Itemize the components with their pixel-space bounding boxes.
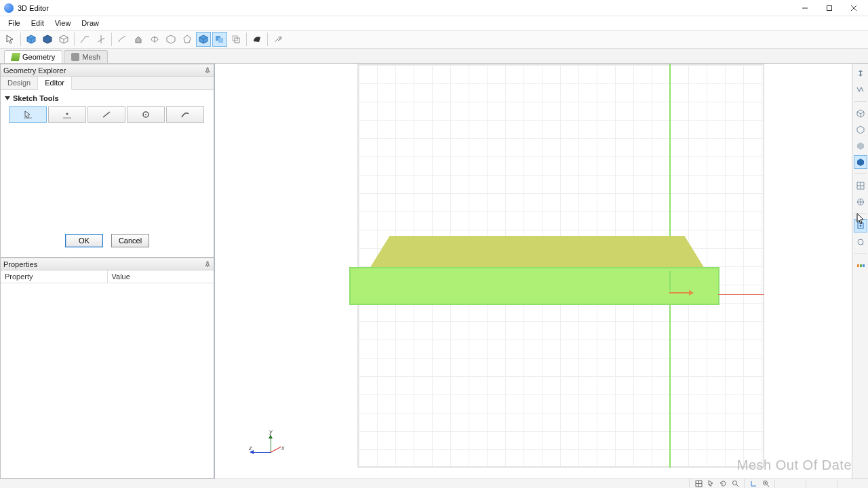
status-axes-icon[interactable] (749, 480, 758, 488)
settings-button[interactable] (271, 32, 285, 47)
title-bar: 3D Editor (0, 0, 868, 16)
sketch-tools-row (1, 105, 214, 124)
nav-pan-button[interactable] (854, 66, 867, 80)
wireframe-cube-button[interactable] (56, 32, 71, 47)
explorer-subtabs: Design Editor (1, 77, 214, 90)
svg-rect-6 (218, 38, 223, 43)
grid-toggle-button[interactable] (854, 179, 867, 192)
window-controls (797, 2, 864, 14)
triad-y-axis (271, 438, 271, 453)
status-refresh-icon[interactable] (718, 480, 728, 488)
tab-geometry[interactable]: Geometry (4, 50, 62, 63)
status-axes-tools (744, 479, 774, 488)
pin-icon[interactable] (204, 67, 211, 74)
polyhedron-button[interactable] (180, 32, 195, 47)
revolve-button[interactable] (147, 32, 162, 47)
right-toolbar-separator (854, 214, 867, 214)
status-grid-icon[interactable] (694, 480, 703, 488)
box-button[interactable] (163, 32, 178, 47)
nav-zigzag-button[interactable] (854, 83, 867, 96)
menu-draw[interactable]: Draw (77, 18, 103, 28)
tab-mesh[interactable]: Mesh (64, 50, 108, 63)
snap-settings-button[interactable] (854, 235, 867, 249)
menu-file[interactable]: File (4, 18, 24, 28)
view-shaded-edges-button[interactable] (854, 155, 867, 169)
toolbar-separator (246, 33, 247, 46)
triad-x-label: x (281, 445, 285, 451)
sketch-tools-label: Sketch Tools (13, 94, 59, 102)
sketch-tool-button[interactable] (115, 32, 130, 47)
triad-z-axis (253, 452, 271, 453)
subtab-design[interactable]: Design (1, 77, 38, 89)
status-cell-2 (806, 480, 837, 488)
axis-horizontal (718, 294, 764, 295)
snap-toggle-button[interactable] (854, 219, 867, 232)
status-cell-3 (837, 480, 868, 488)
view-wire-button[interactable] (854, 106, 867, 120)
model-top-face[interactable] (370, 236, 705, 268)
viewport[interactable]: y x z Mesh Out Of Date (214, 64, 868, 479)
status-bar (0, 479, 868, 488)
solid-box-button[interactable] (196, 32, 211, 47)
mesh-outdated-watermark: Mesh Out Of Date (737, 458, 852, 473)
boolean-button[interactable] (212, 32, 227, 47)
svg-rect-21 (860, 264, 862, 267)
close-button[interactable] (846, 2, 861, 14)
explorer-panel-header: Geometry Explorer (1, 64, 214, 77)
orientation-triad: y x z (253, 431, 283, 458)
axis-tool-button[interactable] (94, 32, 108, 47)
properties-panel-header: Properties (1, 258, 214, 270)
edge-tool-button[interactable] (77, 32, 92, 47)
new-primitive-button[interactable] (24, 32, 39, 47)
status-cell-1 (774, 480, 806, 488)
svg-point-11 (66, 113, 68, 115)
minimize-button[interactable] (797, 2, 812, 14)
geometry-tab-icon (11, 53, 20, 61)
status-zoom-icon[interactable] (730, 480, 740, 488)
gizmo-y-axis[interactable] (669, 271, 671, 291)
extrude-button[interactable] (131, 32, 146, 47)
app-icon (4, 3, 14, 13)
sidebar: Geometry Explorer Design Editor Sketch T… (0, 64, 214, 479)
sketch-circle-button[interactable] (127, 106, 165, 123)
sketch-point-button[interactable] (48, 106, 86, 123)
svg-point-18 (859, 225, 861, 227)
triad-y-label: y (269, 428, 273, 435)
sketch-line-button[interactable] (87, 106, 125, 123)
properties-header-row: Property Value (1, 270, 214, 283)
menu-view[interactable]: View (51, 18, 75, 28)
main-toolbar (0, 30, 868, 49)
triad-x-axis (271, 447, 281, 453)
view-hidden-button[interactable] (854, 123, 867, 136)
view-shaded-button[interactable] (854, 139, 867, 152)
status-zoom-to-icon[interactable] (761, 480, 770, 488)
menu-bar: File Edit View Draw (0, 16, 868, 30)
tab-geometry-label: Geometry (22, 53, 55, 61)
tab-mesh-label: Mesh (82, 53, 100, 61)
ok-button[interactable]: OK (65, 234, 103, 247)
subtab-editor[interactable]: Editor (38, 77, 72, 90)
maximize-button[interactable] (822, 2, 837, 14)
select-tool-button[interactable] (3, 32, 18, 47)
gizmo-x-axis[interactable] (669, 292, 690, 293)
perspective-button[interactable] (854, 195, 867, 209)
explorer-panel-title: Geometry Explorer (3, 66, 204, 75)
model-front-face[interactable] (349, 267, 719, 305)
cancel-button[interactable]: Cancel (111, 234, 149, 247)
svg-point-15 (145, 114, 146, 115)
pin-icon[interactable] (204, 261, 211, 268)
sketch-arc-button[interactable] (166, 106, 204, 123)
status-view-tools (689, 479, 744, 488)
new-primitive-alt-button[interactable] (40, 32, 55, 47)
duplicate-button[interactable] (229, 32, 243, 47)
menu-edit[interactable]: Edit (27, 18, 48, 28)
materials-button[interactable] (250, 32, 264, 47)
sketch-select-button[interactable] (9, 106, 47, 123)
palette-button[interactable] (854, 259, 867, 272)
sketch-tools-section-header[interactable]: Sketch Tools (1, 90, 214, 105)
properties-col-property: Property (1, 270, 108, 283)
svg-point-23 (732, 481, 736, 485)
svg-line-24 (736, 485, 738, 487)
right-toolbar-separator (854, 174, 867, 174)
status-cursor-icon[interactable] (706, 480, 715, 488)
